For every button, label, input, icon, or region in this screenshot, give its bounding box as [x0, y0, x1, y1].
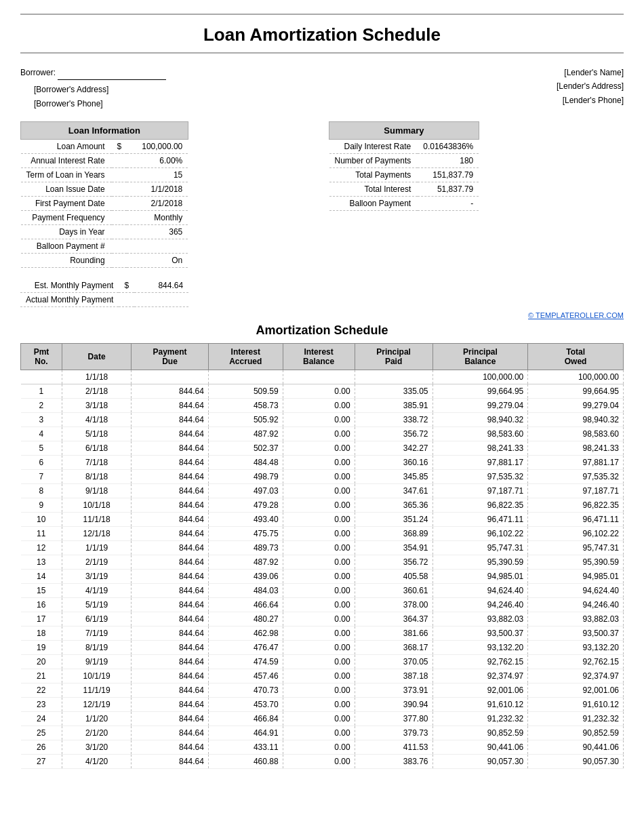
cell-principal-paid: 385.91 [355, 399, 432, 413]
cell-date: 2/1/18 [62, 384, 131, 399]
cell-total-owed: 95,390.59 [528, 555, 624, 570]
cell-principal-balance: 94,624.40 [432, 584, 528, 598]
cell-principal-balance: 93,132.20 [432, 641, 528, 655]
amort-title: Amortization Schedule [20, 323, 624, 338]
table-row: 13 2/1/19 844.64 487.92 0.00 356.72 95,3… [21, 555, 624, 570]
cell-date: 5/1/18 [62, 427, 131, 441]
cell-interest-accrued: 458.73 [208, 399, 283, 413]
cell-payment-due: 844.64 [132, 470, 209, 484]
cell-principal-balance: 95,747.31 [432, 541, 528, 555]
cell-payment-due: 844.64 [132, 612, 209, 627]
cell-pmt: 17 [21, 612, 62, 627]
monthly-payment-table: Est. Monthly Payment $ 844.64 Actual Mon… [20, 279, 188, 307]
cell-interest-accrued: 498.79 [208, 470, 283, 484]
cell-principal-paid: 379.73 [355, 726, 432, 740]
cell-interest-balance: 0.00 [283, 513, 355, 527]
loan-info-row-prefix [112, 211, 127, 225]
lender-name: [Lender's Name] [557, 66, 624, 79]
cell-pmt: 23 [21, 698, 62, 712]
loan-info-row-label: Term of Loan in Years [21, 168, 112, 182]
table-row: 17 6/1/19 844.64 480.27 0.00 364.37 93,8… [21, 612, 624, 627]
cell-date: 12/1/18 [62, 527, 131, 541]
cell-interest-accrued: 457.46 [208, 669, 283, 683]
summary-row: Total Interest 51,837.79 [329, 182, 479, 197]
cell-total-owed: 97,535.32 [528, 470, 624, 484]
cell-interest-balance: 0.00 [283, 399, 355, 413]
cell-principal-paid: 356.72 [355, 427, 432, 441]
loan-info-row: Rounding On [21, 254, 188, 268]
loan-info-row-label: Loan Amount [21, 140, 112, 154]
cell-interest-accrued: 439.06 [208, 570, 283, 584]
summary-header: Summary [329, 122, 479, 140]
cell-principal-paid: 356.72 [355, 555, 432, 570]
cell-interest-accrued: 466.84 [208, 712, 283, 726]
loan-info-row: Balloon Payment # [21, 239, 188, 254]
cell-total-owed: 94,985.01 [528, 570, 624, 584]
cell-interest-accrued: 487.92 [208, 555, 283, 570]
cell-payment-due: 844.64 [132, 598, 209, 612]
cell-payment-due: 844.64 [132, 584, 209, 598]
cell-interest-balance: 0.00 [283, 641, 355, 655]
cell-interest-balance: 0.00 [283, 413, 355, 427]
templateroller-link[interactable]: © TEMPLATEROLLER.COM [20, 311, 624, 319]
cell-total-owed: 92,374.97 [528, 669, 624, 683]
cell-principal-balance: 92,374.97 [432, 669, 528, 683]
table-row: 26 3/1/20 844.64 433.11 0.00 411.53 90,4… [21, 740, 624, 755]
cell-principal-paid: 351.24 [355, 513, 432, 527]
cell-date: 8/1/18 [62, 470, 131, 484]
loan-info-row-label: Balloon Payment # [21, 239, 112, 254]
cell-date: 1/1/19 [62, 541, 131, 555]
cell-pmt: 26 [21, 740, 62, 755]
cell-date: 3/1/19 [62, 570, 131, 584]
cell-principal-balance: 94,246.40 [432, 598, 528, 612]
table-row: 25 2/1/20 844.64 464.91 0.00 379.73 90,8… [21, 726, 624, 740]
est-monthly-value: 844.64 [134, 279, 188, 293]
amort-header-row: PmtNo. Date PaymentDue InterestAccrued I… [21, 344, 624, 370]
col-principal-balance: PrincipalBalance [432, 344, 528, 370]
cell-principal-paid: 354.91 [355, 541, 432, 555]
cell-principal-balance: 95,390.59 [432, 555, 528, 570]
cell-total-owed: 96,102.22 [528, 527, 624, 541]
cell-total-owed: 96,822.35 [528, 498, 624, 513]
loan-info-row-prefix [112, 168, 127, 182]
col-principal-paid: PrincipalPaid [355, 344, 432, 370]
cell-total-owed: 92,001.06 [528, 683, 624, 698]
cell-date: 7/1/18 [62, 456, 131, 470]
est-monthly-prefix: $ [119, 279, 134, 293]
cell-date: 6/1/18 [62, 441, 131, 456]
table-row: 1 2/1/18 844.64 509.59 0.00 335.05 99,66… [21, 384, 624, 399]
cell-pmt: 3 [21, 413, 62, 427]
cell-principal-paid: 387.18 [355, 669, 432, 683]
summary-wrapper: Summary Daily Interest Rate 0.01643836% … [329, 121, 624, 268]
cell-date: 11/1/18 [62, 513, 131, 527]
table-row: 6 7/1/18 844.64 484.48 0.00 360.16 97,88… [21, 456, 624, 470]
cell-principal-balance: 100,000.00 [432, 370, 528, 384]
cell-interest-balance: 0.00 [283, 755, 355, 769]
cell-total-owed: 91,232.32 [528, 712, 624, 726]
borrower-block: Borrower: [Borrower's Address] [Borrower… [20, 66, 166, 111]
cell-payment-due: 844.64 [132, 498, 209, 513]
cell-date: 3/1/20 [62, 740, 131, 755]
loan-info-row-prefix [112, 197, 127, 211]
cell-principal-paid: 342.27 [355, 441, 432, 456]
cell-payment-due: 844.64 [132, 555, 209, 570]
cell-date: 4/1/20 [62, 755, 131, 769]
cell-payment-due: 844.64 [132, 456, 209, 470]
loan-info-row-value: 100,000.00 [127, 140, 188, 154]
col-interest-balance: InterestBalance [283, 344, 355, 370]
cell-principal-paid: 364.37 [355, 612, 432, 627]
cell-principal-paid: 338.72 [355, 413, 432, 427]
cell-pmt: 14 [21, 570, 62, 584]
cell-principal-balance: 98,583.60 [432, 427, 528, 441]
cell-total-owed: 99,279.04 [528, 399, 624, 413]
cell-total-owed: 94,246.40 [528, 598, 624, 612]
col-total-owed: TotalOwed [528, 344, 624, 370]
loan-info-table: Loan Information Loan Amount $ 100,000.0… [20, 121, 188, 268]
loan-info-row-value: On [127, 254, 188, 268]
cell-principal-paid: 360.61 [355, 584, 432, 598]
cell-interest-accrued: 502.37 [208, 441, 283, 456]
cell-pmt: 10 [21, 513, 62, 527]
cell-interest-balance: 0.00 [283, 384, 355, 399]
cell-total-owed: 93,500.37 [528, 627, 624, 641]
loan-info-row-label: Loan Issue Date [21, 182, 112, 197]
